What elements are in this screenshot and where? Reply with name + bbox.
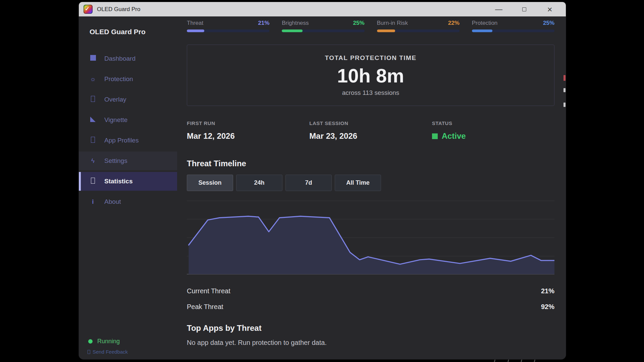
stat-top-threat: Threat21% bbox=[187, 20, 269, 26]
sidebar-item-app-profiles[interactable]: App Profiles bbox=[79, 131, 177, 150]
sidebar-item-label-about: About bbox=[104, 198, 121, 205]
stat-progressbar-brightness bbox=[282, 29, 364, 32]
stat-protection: Protection25% bbox=[472, 20, 554, 32]
stat-top-burn-in-risk: Burn-in Risk22% bbox=[377, 20, 460, 26]
info-value-status: Active bbox=[432, 131, 554, 141]
threat-row-current-threat: Current Threat21% bbox=[187, 283, 554, 299]
background-window-sliver-1 bbox=[564, 88, 566, 92]
background-window-sliver-red bbox=[564, 75, 566, 81]
title-bar[interactable]: OLED Guard Pro — × bbox=[79, 2, 566, 16]
stat-progressbar-threat bbox=[187, 29, 269, 32]
threat-label-current-threat: Current Threat bbox=[187, 287, 230, 295]
info-value-first-run: Mar 12, 2026 bbox=[187, 131, 309, 141]
stat-progressbar-protection bbox=[472, 29, 554, 32]
info-value-text-last-session: Mar 23, 2026 bbox=[309, 131, 357, 140]
sidebar: OLED Guard Pro Dashboard☼ProtectionOverl… bbox=[79, 16, 177, 359]
session-count: across 113 sessions bbox=[187, 89, 554, 97]
stat-label-threat: Threat bbox=[187, 20, 203, 26]
statistics-icon bbox=[89, 178, 97, 185]
stat-top-protection: Protection25% bbox=[472, 20, 554, 26]
total-protection-card: TOTAL PROTECTION TIME 10h 8m across 113 … bbox=[187, 45, 554, 106]
sidebar-brand: OLED Guard Pro bbox=[79, 16, 177, 36]
stat-progressbar-burn-in-risk bbox=[377, 29, 460, 32]
stat-brightness: Brightness25% bbox=[282, 20, 364, 32]
window-title: OLED Guard Pro bbox=[97, 6, 140, 13]
send-feedback-link[interactable]: Send Feedback bbox=[79, 349, 177, 355]
overlay-icon bbox=[89, 96, 97, 104]
sidebar-item-label-dashboard: Dashboard bbox=[104, 55, 136, 62]
info-value-text-first-run: Mar 12, 2026 bbox=[187, 131, 235, 140]
threat-timeline-title: Threat Timeline bbox=[187, 159, 554, 168]
threat-chart-svg bbox=[187, 197, 554, 275]
info-block-last-session: LAST SESSIONMar 23, 2026 bbox=[309, 120, 432, 141]
maximize-button[interactable] bbox=[520, 5, 528, 13]
protection-status: Running bbox=[79, 338, 177, 345]
stat-progressfill-burn-in-risk bbox=[377, 29, 395, 32]
stat-progressfill-protection bbox=[472, 29, 493, 32]
sidebar-item-label-protection: Protection bbox=[104, 75, 133, 83]
close-button[interactable]: × bbox=[546, 5, 554, 13]
timeline-filters: Session24h7dAll Time bbox=[187, 175, 554, 191]
sidebar-item-label-vignette: Vignette bbox=[104, 116, 127, 124]
top-apps-empty-message: No app data yet. Run protection to gathe… bbox=[187, 339, 554, 347]
threat-timeline-chart bbox=[187, 197, 554, 275]
window-controls: — × bbox=[495, 5, 566, 13]
feedback-icon bbox=[88, 350, 90, 354]
info-value-text-status: Active bbox=[442, 131, 466, 141]
sidebar-footer: Running Send Feedback bbox=[79, 338, 177, 355]
sidebar-item-vignette[interactable]: Vignette bbox=[79, 111, 177, 129]
main-content: Threat21%Brightness25%Burn-in Risk22%Pro… bbox=[177, 16, 566, 359]
sidebar-item-statistics[interactable]: Statistics bbox=[79, 172, 177, 191]
threat-row-peak-threat: Peak Threat92% bbox=[187, 299, 554, 315]
sidebar-item-label-statistics: Statistics bbox=[104, 178, 132, 185]
stat-top-brightness: Brightness25% bbox=[282, 20, 364, 26]
threat-value-peak-threat: 92% bbox=[541, 303, 554, 311]
running-status-label: Running bbox=[97, 338, 120, 345]
info-block-status: STATUSActive bbox=[432, 120, 554, 141]
stat-progressfill-brightness bbox=[282, 29, 303, 32]
info-value-last-session: Mar 23, 2026 bbox=[309, 131, 432, 141]
app-body: OLED Guard Pro Dashboard☼ProtectionOverl… bbox=[79, 16, 566, 359]
dashboard-icon bbox=[89, 55, 97, 62]
top-stats-bar: Threat21%Brightness25%Burn-in Risk22%Pro… bbox=[187, 20, 554, 32]
sidebar-item-dashboard[interactable]: Dashboard bbox=[79, 49, 177, 68]
stat-label-brightness: Brightness bbox=[282, 20, 309, 26]
app-window: OLED Guard Pro — × OLED Guard Pro Dashbo… bbox=[79, 2, 566, 359]
background-window-sliver-2 bbox=[564, 103, 566, 107]
stat-threat: Threat21% bbox=[187, 20, 269, 32]
protection-icon: ☼ bbox=[89, 75, 97, 83]
stat-label-burn-in-risk: Burn-in Risk bbox=[377, 20, 408, 26]
sidebar-item-overlay[interactable]: Overlay bbox=[79, 90, 177, 109]
sidebar-item-protection[interactable]: ☼Protection bbox=[79, 70, 177, 88]
filter-button-session[interactable]: Session bbox=[187, 175, 233, 191]
info-label-first-run: FIRST RUN bbox=[187, 120, 309, 126]
stat-value-burn-in-risk: 22% bbox=[448, 20, 460, 26]
run-info-row: FIRST RUNMar 12, 2026LAST SESSIONMar 23,… bbox=[187, 120, 554, 141]
settings-icon: ϟ bbox=[89, 157, 97, 165]
sidebar-item-label-app-profiles: App Profiles bbox=[104, 137, 139, 144]
stat-value-threat: 21% bbox=[258, 20, 269, 26]
sidebar-item-about[interactable]: iAbout bbox=[79, 192, 177, 211]
total-protection-time: 10h 8m bbox=[187, 64, 554, 87]
threat-label-peak-threat: Peak Threat bbox=[187, 303, 223, 311]
filter-button-all-time[interactable]: All Time bbox=[335, 175, 381, 191]
sidebar-item-label-overlay: Overlay bbox=[104, 96, 126, 103]
maximize-icon bbox=[522, 7, 526, 11]
about-icon: i bbox=[89, 198, 97, 205]
desktop-background: f l i f OLED Guard Pro — × OLED Guard Pr… bbox=[0, 0, 644, 362]
sidebar-item-settings[interactable]: ϟSettings bbox=[79, 152, 177, 170]
threat-stat-rows: Current Threat21%Peak Threat92% bbox=[187, 283, 554, 315]
stat-label-protection: Protection bbox=[472, 20, 498, 26]
stat-value-brightness: 25% bbox=[353, 20, 364, 26]
sidebar-nav: Dashboard☼ProtectionOverlayVignetteApp P… bbox=[79, 49, 177, 211]
send-feedback-label: Send Feedback bbox=[93, 349, 128, 355]
minimize-button[interactable]: — bbox=[495, 5, 503, 13]
threat-value-current-threat: 21% bbox=[541, 287, 554, 295]
total-protection-title: TOTAL PROTECTION TIME bbox=[187, 54, 554, 62]
active-status-square-icon bbox=[432, 133, 438, 139]
chart-area-fill bbox=[189, 216, 554, 274]
running-status-dot-icon bbox=[88, 339, 93, 344]
filter-button-7d[interactable]: 7d bbox=[285, 175, 332, 191]
filter-button-24h[interactable]: 24h bbox=[236, 175, 282, 191]
stat-progressfill-threat bbox=[187, 29, 204, 32]
